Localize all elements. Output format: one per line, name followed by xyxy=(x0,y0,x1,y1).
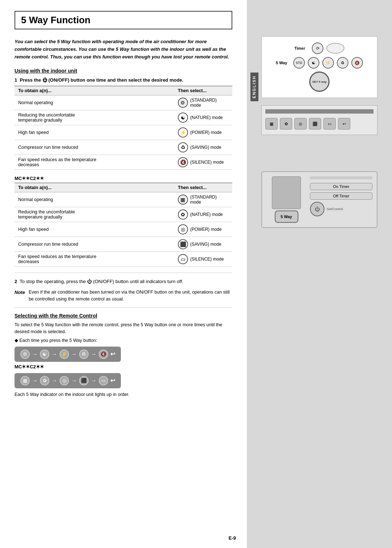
table2-row2-mode: ✿ (NATURE) mode xyxy=(174,207,232,222)
right-panel: Timer ⟳ 5 Way STD ☯ ⚡ ♻ 🔇 SET 5 way ▦ ✿ xyxy=(247,0,392,548)
english-tab: ENGLISH xyxy=(250,73,258,101)
display-oval xyxy=(326,43,344,54)
way5-btn3: ⚡ xyxy=(322,57,334,69)
power-icon2: ◎ xyxy=(178,224,188,234)
arrow-sequence-2: ▦ → ✿ → ◎ → ⬛ → ▭ ↩ xyxy=(15,373,121,388)
silence-icon2: ▭ xyxy=(178,254,188,264)
table2-col1: To obtain a(n)... xyxy=(15,183,174,192)
table-row: High fan speed ◎ (POWER) mode xyxy=(15,222,232,237)
indoor-unit-box: ▦ ✿ ◎ ⬛ ▭ ↩ xyxy=(261,105,377,135)
way5-btn4: ♻ xyxy=(337,57,348,69)
selecting-text: To select the 5 Way function with the re… xyxy=(15,322,232,335)
page-title: 5 Way Function xyxy=(15,11,232,29)
timer-btn: ⟳ xyxy=(312,42,323,54)
remote-box1: Timer ⟳ 5 Way STD ☯ ⚡ ♻ 🔇 SET 5 way xyxy=(261,36,377,98)
table1-col2: Then select... xyxy=(174,86,232,95)
table-row: Normal operating ⚙ (STANDARD) mode xyxy=(15,95,232,110)
table2-row4-obtain: Compressor run time reduced xyxy=(15,237,174,252)
seq1-btn1: ⚙ xyxy=(20,349,30,359)
ib-btn1: ▦ xyxy=(265,118,278,130)
silence-label2: (SILENCE) mode xyxy=(190,257,224,262)
unit-top-bar xyxy=(265,109,373,114)
mc-label1: MC✶✶C2✶✶ xyxy=(15,176,232,181)
timer-box-right: On Timer Off Timer ⏻ Set/Control xyxy=(310,176,372,223)
table-row: Normal operating ▦ (STANDARD) mode xyxy=(15,192,232,207)
saving-icon2: ⬛ xyxy=(178,239,188,249)
seq1-btn2: ☯ xyxy=(40,349,49,359)
table2-row1-obtain: Normal operating xyxy=(15,192,174,207)
table-row: Reducing the uncomfortabletemperature gr… xyxy=(15,110,232,125)
table2-row4-mode: ⬛ (SAVING) mode xyxy=(174,237,232,252)
table-row: Reducing the uncomfortabletemperature gr… xyxy=(15,207,232,222)
power-icon1: ⚡ xyxy=(178,127,188,138)
bottom-note: Each 5 Way indicator on the indoor unit … xyxy=(15,392,232,397)
seq2-arrow4: → xyxy=(91,377,97,384)
table2-row5-obtain: Fan speed reduces as the temperaturedecr… xyxy=(15,252,174,267)
seq1-btn3: ⚡ xyxy=(60,349,69,359)
nature-label1: (NATURE) mode xyxy=(190,115,223,120)
step2-text: 2 To stop the operating, press the ⏻ (ON… xyxy=(15,278,232,285)
timer-box-left: 5 Way xyxy=(266,176,306,223)
section2-heading: Selecting with the Remote Control xyxy=(15,313,232,319)
table1-row4-obtain: Compressor run time reduced xyxy=(15,140,174,155)
table1-row5-mode: 🔇 (SILENCE) mode xyxy=(174,155,232,170)
table2-row3-obtain: High fan speed xyxy=(15,222,174,237)
table1-row3-mode: ⚡ (POWER) mode xyxy=(174,125,232,140)
seq2-arrow2: → xyxy=(52,377,57,384)
table-row: Fan speed reduces as the temperaturedecr… xyxy=(15,155,232,170)
table1-col1: To obtain a(n)... xyxy=(15,86,174,95)
seq1-btn4: ♻ xyxy=(79,349,89,359)
way5-label: 5 Way xyxy=(276,61,290,65)
std-icon2: ▦ xyxy=(178,195,188,205)
seq1-btn5: 🔇 xyxy=(99,349,108,359)
table1: To obtain a(n)... Then select... Normal … xyxy=(15,86,232,170)
on-timer-btn[interactable]: On Timer xyxy=(310,183,372,190)
step1-text: Press the ⏻ (ON/OFF) button one time and… xyxy=(20,77,183,83)
seq2-btn2: ✿ xyxy=(40,376,49,385)
tb-bar xyxy=(310,176,372,179)
ib-btn3: ◎ xyxy=(294,118,307,130)
power-label1: (POWER) mode xyxy=(190,130,222,135)
table-row: Compressor run time reduced ♻ (SAVING) m… xyxy=(15,140,232,155)
seq2-btn4: ⬛ xyxy=(79,376,89,385)
table2-row5-mode: ▭ (SILENCE) mode xyxy=(174,252,232,267)
table1-row1-mode: ⚙ (STANDARD) mode xyxy=(174,95,232,110)
note-text: Even if the air conditioner has been tur… xyxy=(29,289,232,303)
seq1-arrow3: → xyxy=(71,351,77,357)
table2-row2-obtain: Reducing the uncomfortabletemperature gr… xyxy=(15,207,174,222)
tb-power-row: ⏻ Set/Control xyxy=(310,202,372,216)
nature-label2: (NATURE) mode xyxy=(190,212,223,217)
section1-heading: Using with the indoor unit xyxy=(15,68,232,74)
note-section: Note Even if the air conditioner has bee… xyxy=(15,289,232,303)
ib-btn6: ↩ xyxy=(338,118,350,130)
way5-row: 5 Way STD ☯ ⚡ ♻ 🔇 xyxy=(276,57,363,69)
bullet-text: ◆ Each time you press the 5 Way button: xyxy=(15,338,232,343)
divider1 xyxy=(15,273,232,273)
table2-col2: Then select... xyxy=(174,183,232,192)
timer-remote-box: 5 Way On Timer Off Timer ⏻ Set/Control xyxy=(261,171,377,228)
saving-label1: (SAVING) mode xyxy=(190,145,221,150)
table-row: High fan speed ⚡ (POWER) mode xyxy=(15,125,232,140)
timer-row: Timer ⟳ xyxy=(294,42,344,54)
ib-btn4: ⬛ xyxy=(309,118,321,130)
table-row: Compressor run time reduced ⬛ (SAVING) m… xyxy=(15,237,232,252)
set5way-label: SET 5 way xyxy=(312,80,327,83)
seq1-arrow4: → xyxy=(91,351,97,357)
way5-btn5: 🔇 xyxy=(351,57,363,69)
set-control-label: Set/Control xyxy=(327,207,343,211)
seq2-arrow5: ↩ xyxy=(110,377,115,384)
tb-5way-btn[interactable]: 5 Way xyxy=(275,210,298,223)
nature-icon1: ☯ xyxy=(178,113,188,123)
ib-btn5: ▭ xyxy=(323,118,336,130)
off-timer-btn[interactable]: Off Timer xyxy=(310,192,372,200)
seq2-btn1: ▦ xyxy=(20,376,30,385)
power-label2: (POWER) mode xyxy=(190,227,222,232)
set5way-btn[interactable]: SET 5 way xyxy=(309,71,330,92)
tb-5way-label: 5 Way xyxy=(281,214,292,219)
seq1-arrow1: → xyxy=(32,351,38,357)
saving-label2: (SAVING) mode xyxy=(190,242,221,247)
divider2 xyxy=(15,307,232,308)
timer-label: Timer xyxy=(294,46,309,50)
power-btn[interactable]: ⏻ xyxy=(310,202,324,216)
silence-label1: (SILENCE) mode xyxy=(190,160,224,165)
